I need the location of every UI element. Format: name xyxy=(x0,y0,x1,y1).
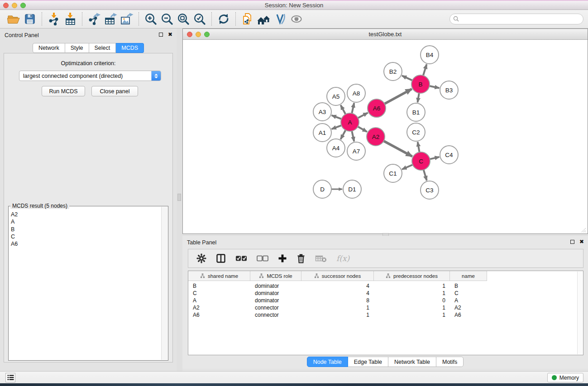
column-header-name[interactable]: name xyxy=(450,271,487,281)
graph-node-B2[interactable]: B2 xyxy=(384,62,402,81)
close-panel-button[interactable]: Close panel xyxy=(91,86,138,96)
optimization-criterion-dropdown[interactable]: largest connected component (directed) xyxy=(19,71,161,81)
graph-edge-C-C4[interactable] xyxy=(430,157,440,159)
column-header-predecessor-nodes[interactable]: predecessor nodes xyxy=(374,271,450,281)
table-scrollbar[interactable] xyxy=(577,272,583,354)
graph-edge-A-A3[interactable] xyxy=(332,115,342,119)
graph-node-A8[interactable]: A8 xyxy=(347,84,365,102)
double-house-icon[interactable] xyxy=(256,11,272,27)
search-input[interactable] xyxy=(449,14,583,24)
graph-edge-C-C1[interactable] xyxy=(402,165,412,169)
graph-node-A2[interactable]: A2 xyxy=(367,128,385,146)
tab-network[interactable]: Network xyxy=(33,43,65,53)
hide-graphics-icon[interactable] xyxy=(272,11,288,27)
graph-node-D[interactable]: D xyxy=(313,180,331,198)
graph-node-A3[interactable]: A3 xyxy=(313,103,331,121)
refresh-icon[interactable] xyxy=(215,11,232,27)
graph-edge-A-A5[interactable] xyxy=(341,105,346,114)
table-row[interactable]: Cdominator41C xyxy=(188,290,583,297)
graph-node-A[interactable]: A xyxy=(341,113,359,131)
network-window-titlebar[interactable]: testGlobe.txt xyxy=(183,29,588,40)
float-panel-icon[interactable] xyxy=(570,240,574,244)
save-session-icon[interactable] xyxy=(22,11,38,27)
tab-mcds[interactable]: MCDS xyxy=(116,43,144,53)
graph-edge-C-C2[interactable] xyxy=(418,142,420,152)
zoom-in-icon[interactable] xyxy=(143,11,159,27)
documents-network-icon[interactable] xyxy=(239,11,256,27)
graph-edge-A-A7[interactable] xyxy=(352,131,354,142)
gear-icon[interactable] xyxy=(196,253,206,263)
mcds-result-item[interactable]: B xyxy=(9,226,161,233)
graph-node-A6[interactable]: A6 xyxy=(368,99,386,117)
tab-edge-table[interactable]: Edge Table xyxy=(348,357,388,367)
mcds-result-item[interactable]: A6 xyxy=(9,240,161,248)
task-history-icon[interactable] xyxy=(5,373,15,382)
graph-node-A7[interactable]: A7 xyxy=(347,142,365,160)
import-network-icon[interactable] xyxy=(46,11,62,27)
memory-button[interactable]: Memory xyxy=(547,373,583,382)
table-row[interactable]: A2connector11A2 xyxy=(188,304,583,311)
graph-node-C4[interactable]: C4 xyxy=(440,146,458,164)
show-columns-icon[interactable] xyxy=(216,253,226,263)
vertical-splitter[interactable] xyxy=(177,29,182,371)
table-row[interactable]: A6connector11A6 xyxy=(188,311,583,319)
export-network-icon[interactable] xyxy=(86,11,102,27)
mcds-result-item[interactable]: A2 xyxy=(9,211,161,218)
add-column-icon[interactable] xyxy=(278,254,287,263)
mcds-result-item[interactable]: C xyxy=(9,233,161,240)
tab-select[interactable]: Select xyxy=(89,43,116,53)
graph-node-B3[interactable]: B3 xyxy=(440,81,458,99)
tab-network-table[interactable]: Network Table xyxy=(388,357,436,367)
graph-node-B1[interactable]: B1 xyxy=(407,103,425,121)
graph-node-C[interactable]: C xyxy=(412,152,430,170)
zoom-selected-icon[interactable] xyxy=(191,11,208,27)
graph-node-C1[interactable]: C1 xyxy=(384,164,402,182)
table-row[interactable]: Bdominator41B xyxy=(188,282,583,290)
graph-edge-A2-C[interactable] xyxy=(384,141,412,157)
graph-node-B4[interactable]: B4 xyxy=(421,46,439,64)
close-panel-icon[interactable]: ✖ xyxy=(579,240,584,244)
graph-edge-A-A4[interactable] xyxy=(341,130,346,139)
network-canvas[interactable]: B4B2BB3A8A5A6A3B1AC2A1A2A4A7C4CC1C3DD1 xyxy=(183,40,587,234)
tab-style[interactable]: Style xyxy=(65,43,89,53)
splitter-handle[interactable] xyxy=(177,194,181,201)
graph-node-A4[interactable]: A4 xyxy=(327,139,345,157)
zoom-fit-icon[interactable] xyxy=(175,11,191,27)
graph-edge-A-A6[interactable] xyxy=(358,113,368,118)
open-file-icon[interactable] xyxy=(5,11,22,27)
result-list-scrollbar[interactable] xyxy=(161,207,167,360)
graph-node-C2[interactable]: C2 xyxy=(407,123,425,141)
graph-edge-C-C3[interactable] xyxy=(424,170,427,181)
select-all-icon[interactable] xyxy=(235,255,247,262)
column-header-MCDS-role[interactable]: MCDS role xyxy=(250,271,301,281)
graph-node-C3[interactable]: C3 xyxy=(421,181,439,199)
eye-icon[interactable] xyxy=(288,11,305,27)
graph-edge-B-B2[interactable] xyxy=(402,76,412,80)
graph-edge-A-A1[interactable] xyxy=(332,125,342,129)
column-header-shared-name[interactable]: shared name xyxy=(188,271,250,281)
graph-node-A5[interactable]: A5 xyxy=(327,87,345,105)
graph-edge-B-B4[interactable] xyxy=(423,64,427,76)
zoom-out-icon[interactable] xyxy=(159,11,175,27)
export-table-icon[interactable] xyxy=(102,11,119,27)
deselect-all-icon[interactable] xyxy=(257,255,268,262)
table-row[interactable]: Adominator80A xyxy=(188,297,583,304)
graph-edge-B-B3[interactable] xyxy=(430,86,440,88)
close-panel-icon[interactable]: ✖ xyxy=(168,33,172,37)
graph-edge-A-A8[interactable] xyxy=(352,103,354,113)
graph-edge-B-B1[interactable] xyxy=(418,93,419,103)
run-mcds-button[interactable]: Run MCDS xyxy=(42,86,85,96)
graph-node-D1[interactable]: D1 xyxy=(343,180,361,198)
tab-motifs[interactable]: Motifs xyxy=(436,357,464,367)
graph-node-A1[interactable]: A1 xyxy=(313,124,331,142)
resize-grip-icon[interactable] xyxy=(580,226,586,233)
delete-icon[interactable] xyxy=(296,253,306,263)
graph-edge-A-A2[interactable] xyxy=(358,127,367,132)
graph-edge-A6-B[interactable] xyxy=(385,89,412,104)
graph-node-B[interactable]: B xyxy=(411,75,430,93)
tab-node-table[interactable]: Node Table xyxy=(307,357,348,367)
export-image-icon[interactable] xyxy=(119,11,135,27)
mcds-result-item[interactable]: A xyxy=(9,218,161,225)
import-table-icon[interactable] xyxy=(62,11,78,27)
float-panel-icon[interactable] xyxy=(159,33,163,37)
